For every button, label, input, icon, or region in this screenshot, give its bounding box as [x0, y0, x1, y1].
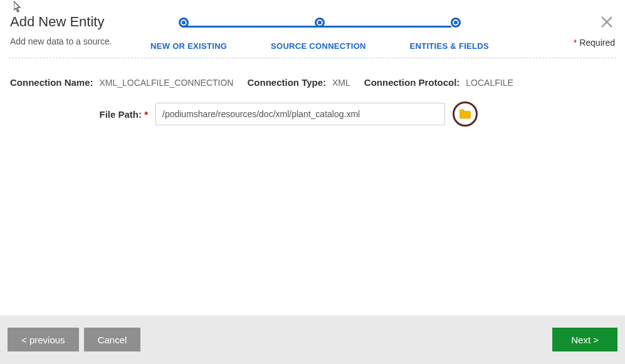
- browse-button[interactable]: [453, 101, 478, 127]
- stepper-dot-3[interactable]: [451, 18, 461, 28]
- footer-bar: < previous Cancel Next >: [0, 315, 625, 364]
- file-path-input[interactable]: [155, 103, 445, 125]
- close-button[interactable]: [600, 15, 615, 30]
- file-path-label: File Path: *: [10, 109, 148, 120]
- connection-info-row: Connection Name: XML_LOCALFILE_CONNECTIO…: [0, 58, 625, 99]
- connection-type-label: Connection Type:: [247, 77, 326, 88]
- stepper-label-source-connection[interactable]: SOURCE CONNECTION: [271, 41, 366, 51]
- connection-name-value: XML_LOCALFILE_CONNECTION: [100, 78, 234, 88]
- stepper-dot-2[interactable]: [315, 18, 325, 28]
- folder-icon: [459, 109, 471, 119]
- connection-protocol-value: LOCALFILE: [466, 78, 513, 88]
- previous-button[interactable]: < previous: [8, 328, 79, 351]
- stepper-label-entities-fields[interactable]: ENTITIES & FIELDS: [410, 41, 489, 51]
- close-icon: [600, 15, 614, 29]
- stepper-label-new-or-existing[interactable]: NEW OR EXISTING: [150, 41, 227, 51]
- next-button[interactable]: Next >: [552, 328, 617, 351]
- connection-type-value: XML: [332, 78, 350, 88]
- cancel-button[interactable]: Cancel: [84, 328, 141, 351]
- connection-name-label: Connection Name:: [10, 77, 93, 88]
- required-note: * Required: [574, 38, 615, 48]
- wizard-stepper: NEW OR EXISTING SOURCE CONNECTION ENTITI…: [150, 18, 489, 51]
- stepper-dot-1[interactable]: [179, 18, 189, 28]
- connection-protocol-label: Connection Protocol:: [364, 77, 460, 88]
